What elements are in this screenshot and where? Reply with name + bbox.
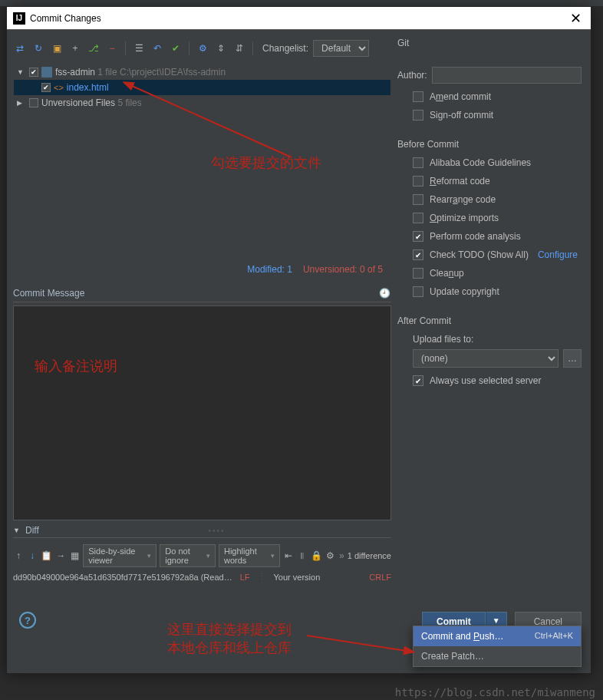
todo-checkbox[interactable] (413, 249, 423, 260)
line-ending-right: CRLF (369, 573, 391, 582)
prev-diff-icon[interactable]: ↑ (13, 549, 24, 563)
commit-dropdown-menu: Commit and Push… Ctrl+Alt+K Create Patch… (413, 626, 582, 667)
amend-label: Amend commit (430, 91, 491, 102)
amend-checkbox[interactable] (413, 91, 423, 102)
diff-label: Diff (25, 525, 39, 536)
create-patch-item[interactable]: Create Patch… (414, 646, 581, 666)
sync-scroll-icon[interactable]: ⫴ (297, 549, 308, 563)
before-section-title: Before Commit (397, 139, 582, 150)
ignore-select[interactable]: Do not ignore (160, 544, 216, 567)
changelist-select[interactable]: Default (313, 40, 369, 57)
separator (125, 41, 126, 55)
tree-unversioned-row[interactable]: ▶ Unversioned Files 5 files (14, 95, 390, 111)
tree-file-row[interactable]: <> index.html (14, 80, 390, 95)
chevron-down-icon[interactable]: ▼ (17, 68, 26, 76)
reformat-label: Reformat code (430, 176, 490, 187)
html-file-icon: <> (54, 83, 64, 92)
unversioned-checkbox[interactable] (29, 98, 38, 107)
copyright-checkbox[interactable] (413, 286, 423, 297)
chevron-down-icon[interactable]: ▼ (13, 527, 22, 534)
rearrange-label: Rearrange code (430, 194, 496, 205)
commit-dialog: IJ Commit Changes ✕ ⇄ ↻ ▣ + ⎇ − ☰ ↶ ✔ ⚙ … (6, 6, 591, 674)
file-status: Modified: 1 Unversioned: 0 of 5 (247, 264, 383, 275)
title-bar: IJ Commit Changes ✕ (7, 7, 591, 30)
gear-icon[interactable]: ⚙ (325, 549, 336, 563)
close-icon[interactable]: ✕ (567, 10, 585, 27)
reformat-checkbox[interactable] (413, 176, 423, 187)
rearrange-checkbox[interactable] (413, 194, 423, 205)
next-diff-icon[interactable]: ↓ (27, 549, 38, 563)
highlight-select[interactable]: Highlight words (219, 544, 280, 567)
separator (252, 41, 253, 55)
unversioned-count: Unversioned: 0 of 5 (303, 264, 383, 275)
commit-message-label: Commit Message (13, 288, 84, 299)
cleanup-label: Cleanup (430, 268, 464, 279)
revision-row: dd90b049000e964a51d6350fd7717e5196792a8a… (13, 572, 391, 582)
upload-label: Upload files to: (413, 334, 582, 345)
diff-count: 1 difference (348, 551, 391, 560)
revision-left: dd90b049000e964a51d6350fd7717e5196792a8a… (13, 573, 232, 582)
line-ending-left: LF (240, 573, 250, 582)
remove-icon[interactable]: − (105, 41, 119, 55)
collapse-diff-icon[interactable]: ⇤ (283, 549, 294, 563)
changelist-icon[interactable]: ▣ (50, 41, 64, 55)
folder-icon (41, 67, 52, 78)
gear-icon[interactable]: ⚙ (196, 41, 209, 55)
refresh-icon[interactable]: ↻ (31, 41, 45, 55)
add-icon[interactable]: + (68, 41, 82, 55)
todo-label: Check TODO (Show All) (430, 249, 529, 260)
shortcut-label: Ctrl+Alt+K (535, 631, 573, 642)
alibaba-checkbox[interactable] (413, 157, 423, 168)
chevron-right-icon[interactable]: ▶ (17, 99, 26, 107)
copy-icon[interactable]: 📋 (41, 549, 52, 563)
perform-checkbox[interactable] (413, 231, 423, 242)
commit-message-input[interactable] (13, 305, 391, 520)
commit-toolbar: ⇄ ↻ ▣ + ⎇ − ☰ ↶ ✔ ⚙ ⇕ ⇵ Changelist: Defa… (13, 38, 391, 59)
viewer-select[interactable]: Side-by-side viewer (83, 544, 157, 567)
diff-toolbar: ↑ ↓ 📋 → ▦ Side-by-side viewer Do not ign… (13, 544, 391, 567)
upload-select[interactable]: (none) (413, 349, 559, 368)
collapse-icon[interactable]: ⇵ (232, 41, 246, 55)
root-checkbox[interactable] (29, 68, 38, 77)
perform-label: Perform code analysis (430, 231, 521, 242)
resize-grip[interactable]: •••• (42, 527, 391, 535)
modified-count: Modified: 1 (247, 264, 292, 275)
background-editor-tabs (0, 0, 603, 6)
branch-icon[interactable]: ⎇ (87, 41, 100, 55)
history-icon[interactable]: 🕘 (377, 286, 391, 300)
show-diff-icon[interactable]: ⇄ (13, 41, 27, 55)
configure-link[interactable]: Configure (538, 249, 578, 260)
help-button[interactable]: ? (19, 612, 36, 629)
expand-icon[interactable]: ⇕ (214, 41, 228, 55)
always-checkbox[interactable] (413, 375, 423, 386)
separator (189, 41, 189, 55)
git-section-title: Git (397, 38, 582, 48)
lock-icon[interactable]: 🔒 (311, 549, 322, 563)
always-label: Always use selected server (430, 375, 541, 386)
commit-and-push-item[interactable]: Commit and Push… Ctrl+Alt+K (414, 626, 581, 646)
app-icon: IJ (13, 12, 25, 25)
file-label: index.html (67, 82, 109, 93)
watermark: https://blog.csdn.net/miwanmeng (395, 686, 595, 698)
copyright-label: Update copyright (430, 286, 499, 297)
tree-root-row[interactable]: ▼ fss-admin 1 file C:\project\IDEA\fss-a… (14, 64, 390, 80)
alibaba-label: Alibaba Code Guidelines (430, 157, 531, 168)
signoff-checkbox[interactable] (413, 110, 423, 121)
author-input[interactable] (432, 67, 582, 84)
file-checkbox[interactable] (41, 83, 51, 92)
group-icon[interactable]: ☰ (132, 41, 146, 55)
root-label: fss-admin 1 file C:\project\IDEA\fss-adm… (55, 67, 226, 78)
browse-button[interactable]: … (563, 349, 582, 368)
jump-icon[interactable]: → (55, 549, 66, 563)
optimize-checkbox[interactable] (413, 213, 423, 223)
editor-icon[interactable]: ▦ (69, 549, 80, 563)
unversioned-label: Unversioned Files 5 files (41, 97, 142, 108)
changelist-label: Changelist: (262, 43, 308, 54)
rollback-icon[interactable]: ↶ (150, 41, 164, 55)
signoff-label: Sign-off commit (430, 110, 493, 121)
file-tree[interactable]: ▼ fss-admin 1 file C:\project\IDEA\fss-a… (13, 64, 391, 279)
apply-icon[interactable]: ✔ (169, 41, 183, 55)
dialog-title: Commit Changes (30, 13, 567, 24)
cleanup-checkbox[interactable] (413, 268, 423, 279)
author-label: Author: (397, 70, 427, 81)
